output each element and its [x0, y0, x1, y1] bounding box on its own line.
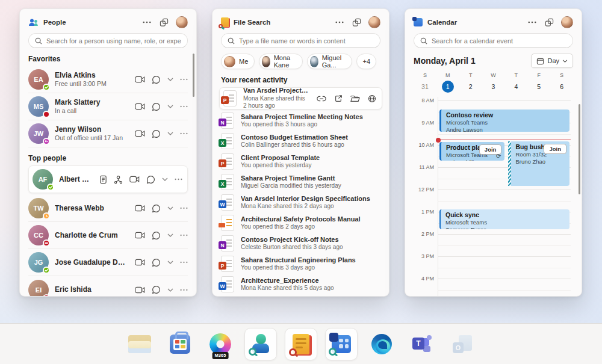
event-contoso-review[interactable]: Contoso review Microsoft Teams Andre Law…	[439, 110, 569, 132]
taskbar-file-explorer-icon[interactable]	[123, 328, 156, 360]
date-cell[interactable]: 5	[527, 81, 550, 93]
file-row[interactable]: Architectural Safety Protocols Manual Yo…	[221, 213, 380, 233]
file-row[interactable]: W Architecture_Experience Mona Kane shar…	[221, 274, 380, 294]
more-options-icon[interactable]	[528, 21, 536, 23]
date-cell[interactable]: 31	[414, 81, 436, 93]
chat-icon[interactable]	[152, 129, 161, 138]
file-row[interactable]: P Client Proposal Template You opened th…	[221, 152, 380, 171]
date-cell[interactable]: 6	[550, 81, 573, 93]
file-search-box[interactable]	[221, 33, 380, 48]
taskbar-teams-icon[interactable]: T	[406, 328, 438, 360]
user-avatar[interactable]	[561, 16, 573, 28]
join-button[interactable]: Join	[544, 144, 566, 154]
chat-icon[interactable]	[152, 231, 161, 240]
person-row-mark-slattery[interactable]: MS Mark Slattery In a call	[28, 93, 188, 120]
chevron-down-icon[interactable]	[167, 206, 173, 210]
more-icon[interactable]	[180, 105, 188, 108]
copy-link-icon[interactable]	[317, 96, 326, 102]
video-call-icon[interactable]	[135, 259, 145, 266]
taskbar-file-search-app-icon[interactable]	[285, 328, 317, 360]
file-row[interactable]: N Sahara Project Timeline Meeting Notes …	[221, 111, 380, 131]
video-call-icon[interactable]	[135, 130, 145, 137]
file-row[interactable]: N Contoso Project Kick-off Notes Celeste…	[221, 233, 380, 253]
filter-pill-miguel[interactable]: Miguel Ga...	[307, 54, 352, 69]
person-row-albert-flores-selected[interactable]: AF Albert Flores	[28, 165, 188, 193]
pop-out-windows-icon[interactable]	[352, 18, 361, 27]
pop-out-windows-icon[interactable]	[160, 18, 169, 27]
more-icon[interactable]	[180, 289, 188, 291]
taskbar-microsoft-store-icon[interactable]	[164, 328, 196, 360]
document-icon[interactable]	[99, 175, 107, 184]
chevron-down-icon[interactable]	[167, 105, 173, 108]
chevron-down-icon[interactable]	[167, 132, 173, 135]
person-row-jose-guadalupe[interactable]: JG Jose Guadalupe De la Torre	[28, 249, 188, 276]
date-cell[interactable]: 4	[504, 81, 527, 93]
chevron-down-icon[interactable]	[162, 177, 168, 181]
video-call-icon[interactable]	[135, 286, 145, 294]
more-icon[interactable]	[180, 207, 188, 209]
more-options-icon[interactable]	[335, 21, 344, 23]
chat-icon[interactable]	[146, 175, 155, 184]
calendar-scrollbar[interactable]	[579, 104, 580, 194]
video-call-icon[interactable]	[135, 232, 145, 239]
file-row-selected[interactable]: P Van Arsdel Project Overview... Mona Ka…	[219, 87, 382, 110]
video-call-icon[interactable]	[135, 205, 145, 212]
file-row[interactable]: W Van Arsdel Interior Design Specificati…	[221, 193, 380, 212]
date-cell[interactable]: 2	[459, 81, 482, 93]
person-row-jenny-wilson[interactable]: JW Jenny Wilson Out of office until 17 J…	[28, 120, 188, 147]
people-scrollbar[interactable]	[193, 54, 194, 97]
calendar-search-box[interactable]	[414, 33, 573, 48]
pop-out-windows-icon[interactable]	[545, 18, 554, 27]
taskbar-calendar-app-icon[interactable]	[325, 328, 358, 360]
chevron-down-icon[interactable]	[167, 288, 173, 292]
chat-icon[interactable]	[152, 258, 161, 267]
open-folder-icon[interactable]	[350, 94, 360, 102]
user-avatar[interactable]	[368, 16, 380, 28]
open-in-browser-icon[interactable]	[368, 94, 376, 103]
org-chart-icon[interactable]	[114, 175, 123, 184]
more-icon[interactable]	[180, 78, 188, 81]
person-row-charlotte-de-crum[interactable]: CC Charlotte de Crum	[28, 222, 188, 249]
more-options-icon[interactable]	[143, 21, 151, 23]
more-icon[interactable]	[180, 261, 188, 264]
file-search-input[interactable]	[239, 37, 374, 45]
chevron-down-icon[interactable]	[167, 261, 173, 264]
chevron-down-icon[interactable]	[167, 233, 173, 237]
day-letter: S	[414, 72, 436, 78]
more-icon[interactable]	[175, 178, 182, 180]
more-icon[interactable]	[180, 234, 188, 236]
video-call-icon[interactable]	[135, 76, 145, 83]
person-row-theresa-webb[interactable]: TW Theresa Webb	[28, 195, 188, 222]
event-product-planning[interactable]: Product planning Microsoft Teams Daisy P…	[439, 142, 504, 161]
chat-icon[interactable]	[152, 102, 161, 111]
date-cell-selected[interactable]: 1	[442, 81, 454, 93]
share-icon[interactable]	[334, 94, 343, 103]
video-call-icon[interactable]	[135, 103, 145, 110]
taskbar-people-app-icon[interactable]	[244, 328, 277, 360]
taskbar-m365-copilot-icon[interactable]: M365	[204, 328, 237, 360]
person-row-eric-ishida[interactable]: EI Eric Ishida	[28, 276, 188, 297]
taskbar-edge-icon[interactable]	[365, 328, 398, 360]
filter-pill-mona-kane[interactable]: Mona Kane	[259, 54, 303, 69]
chat-icon[interactable]	[152, 75, 161, 84]
date-cell[interactable]: 3	[482, 81, 505, 93]
chat-icon[interactable]	[152, 204, 161, 213]
file-row[interactable]: P Sahara Structural Engineering Plans Yo…	[221, 254, 380, 274]
calendar-search-input[interactable]	[432, 37, 566, 45]
event-bug-bush[interactable]: Bug bush Room 31/32 Bruno Zhao Join	[508, 141, 570, 186]
video-call-icon[interactable]	[129, 176, 140, 183]
file-row[interactable]: X Sahara Project Timeline Gantt Miguel G…	[221, 172, 380, 192]
view-selector-button[interactable]: Day	[531, 54, 573, 68]
chat-icon[interactable]	[152, 285, 161, 294]
filter-pill-me[interactable]: Me	[221, 54, 255, 69]
person-row-elvia-atkins[interactable]: EA Elvia Atkins Free until 3:00 PM	[28, 66, 188, 93]
more-icon[interactable]	[180, 132, 188, 135]
filter-pill-overflow[interactable]: +4	[356, 54, 376, 69]
chevron-down-icon[interactable]	[167, 78, 173, 81]
user-avatar[interactable]	[176, 16, 188, 28]
file-row[interactable]: X Contoso Budget Estimation Sheet Colin …	[221, 131, 380, 151]
people-search-box[interactable]	[28, 33, 188, 48]
event-quick-sync[interactable]: Quick sync Microsoft Teams Cameron Evans	[439, 209, 569, 229]
taskbar-outlook-icon[interactable]: O	[446, 328, 479, 360]
people-search-input[interactable]	[46, 37, 181, 45]
